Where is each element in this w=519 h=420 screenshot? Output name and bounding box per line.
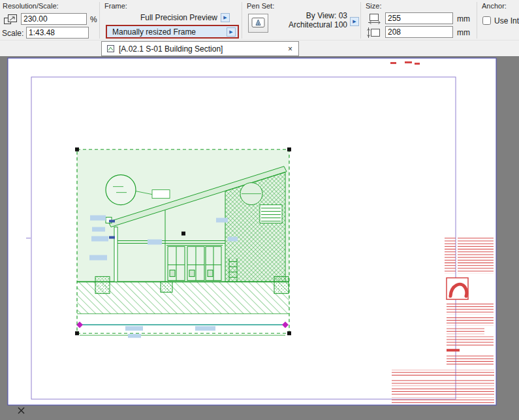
resolution-input[interactable] bbox=[21, 13, 87, 25]
tab-building-section[interactable]: [A.02.1 S-01 Building Section] × bbox=[101, 41, 299, 56]
toolbar-separator bbox=[242, 2, 242, 39]
frame-resized-dropdown-icon[interactable]: ▶ bbox=[227, 27, 236, 37]
toolbar-separator bbox=[360, 2, 361, 39]
layout-drawing-icon bbox=[106, 44, 115, 53]
app-window: Resolution/Scale: % Scale: Frame: Full P… bbox=[0, 0, 519, 420]
drawing-settings-toolbar: Resolution/Scale: % Scale: Frame: Full P… bbox=[0, 0, 519, 40]
anchor-section: Anchor: Use Int bbox=[479, 0, 519, 40]
resolution-unit: % bbox=[90, 15, 97, 24]
resolution-icon bbox=[3, 14, 19, 25]
selection-handle[interactable] bbox=[287, 148, 291, 152]
selection-handle[interactable] bbox=[75, 148, 79, 152]
page-height-icon bbox=[367, 27, 381, 39]
use-internal-checkbox[interactable] bbox=[482, 16, 491, 25]
toolbar-separator bbox=[99, 2, 100, 39]
frame-section: Frame: Full Precision Preview ▶ Manually… bbox=[102, 0, 240, 40]
frame-resized-option[interactable]: Manually resized Frame ▶ bbox=[106, 25, 239, 39]
layout-editor-canvas[interactable] bbox=[0, 56, 519, 420]
pen-set-value[interactable]: By View: 03 Architectural 100 bbox=[274, 11, 347, 29]
layout-origin-icon bbox=[18, 408, 24, 413]
page-width-icon bbox=[367, 13, 381, 24]
frame-preview-label: Full Precision Preview bbox=[140, 13, 217, 22]
selection-handle[interactable] bbox=[75, 331, 79, 335]
page-height-unit: mm bbox=[457, 28, 470, 37]
pen-set-dropdown-icon[interactable]: ▶ bbox=[350, 17, 359, 26]
pen-set-label: Pen Set: bbox=[247, 2, 274, 10]
page-height-input[interactable] bbox=[385, 26, 453, 38]
pen-set-value-line2: Architectural 100 bbox=[274, 20, 347, 29]
scale-input[interactable] bbox=[26, 27, 89, 39]
size-section: Size: mm mm bbox=[363, 0, 477, 40]
selection-handle[interactable] bbox=[181, 232, 185, 236]
layout-canvas[interactable] bbox=[0, 56, 519, 420]
frame-preview-option[interactable]: Full Precision Preview ▶ bbox=[107, 12, 230, 23]
pen-set-section: Pen Set: By View: 03 Architectural 100 ▶ bbox=[244, 0, 360, 40]
resolution-scale-label: Resolution/Scale: bbox=[3, 2, 59, 10]
tab-strip: [A.02.1 S-01 Building Section] × bbox=[0, 40, 519, 56]
pen-set-button[interactable] bbox=[248, 14, 268, 33]
page-width-unit: mm bbox=[457, 14, 470, 24]
page-width-input[interactable] bbox=[385, 12, 453, 24]
frame-label: Frame: bbox=[104, 2, 127, 10]
pen-set-icon bbox=[251, 16, 265, 31]
tab-title: [A.02.1 S-01 Building Section] bbox=[119, 44, 283, 54]
tab-close-icon[interactable]: × bbox=[287, 44, 294, 54]
pen-set-value-line1: By View: 03 bbox=[274, 11, 347, 20]
toolbar-separator bbox=[477, 2, 477, 39]
frame-preview-dropdown-icon[interactable]: ▶ bbox=[221, 13, 230, 22]
selection-handle[interactable] bbox=[287, 331, 291, 335]
scale-label: Scale: bbox=[2, 29, 24, 38]
resolution-scale-section: Resolution/Scale: % Scale: bbox=[0, 0, 99, 40]
size-label: Size: bbox=[366, 2, 381, 10]
title-block-notes bbox=[392, 370, 494, 377]
frame-resized-label: Manually resized Frame bbox=[112, 27, 196, 37]
use-internal-checkbox-label: Use Int bbox=[494, 16, 519, 25]
anchor-label: Anchor: bbox=[482, 2, 507, 10]
selected-drawing[interactable] bbox=[76, 150, 289, 338]
